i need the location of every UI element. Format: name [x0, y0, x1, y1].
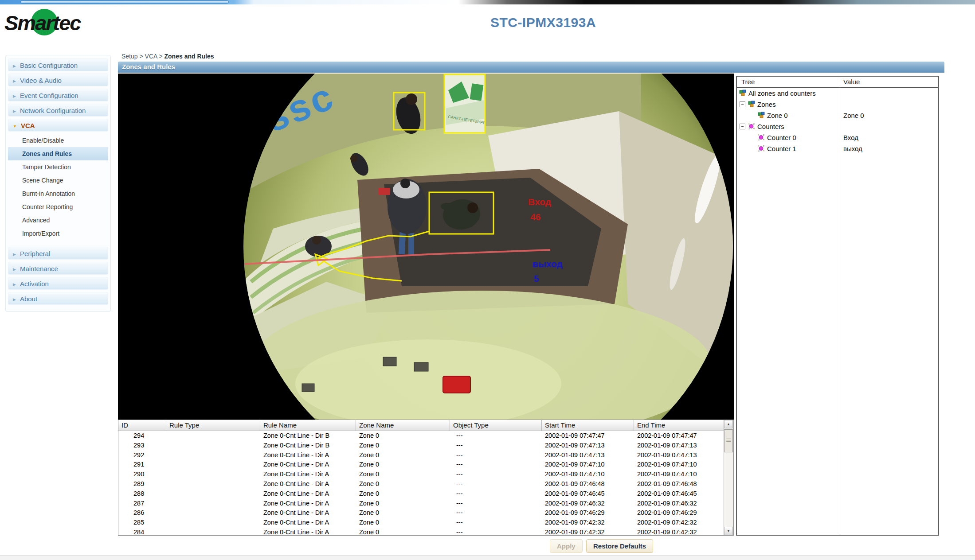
sidebar-item-label: Maintenance — [20, 265, 58, 272]
table-row[interactable]: 294Zone 0-Cnt Line - Dir BZone 0---2002-… — [118, 431, 733, 441]
column-header-id[interactable]: ID — [118, 420, 166, 431]
sidebar-subitem-enable-disable[interactable]: Enable/Disable — [8, 134, 108, 147]
counter-in-value: 46 — [530, 212, 540, 222]
footer-divider — [0, 555, 975, 560]
restore-defaults-button[interactable]: Restore Defaults — [586, 539, 653, 553]
sidebar-item-vca[interactable]: ▼VCA — [8, 119, 108, 132]
tree-node-value: Вход — [843, 134, 858, 141]
counter-icon: 1234 — [757, 145, 765, 152]
cell-rule-name: Zone 0-Cnt Line - Dir A — [260, 479, 356, 489]
cell-id: 292 — [118, 451, 166, 460]
tree-row-counters[interactable]: −1234Counters — [737, 121, 938, 132]
table-row[interactable]: 288Zone 0-Cnt Line - Dir AZone 0---2002-… — [118, 489, 733, 499]
cell-rule-name: Zone 0-Cnt Line - Dir A — [260, 508, 356, 518]
cell-object-type: --- — [450, 499, 542, 509]
cell-end-time: 2002-01-09 07:42:32 — [634, 528, 724, 536]
sidebar-subitem-burnt-in-annotation[interactable]: Burnt-in Annotation — [8, 187, 108, 200]
tree-node-label: All zones and counters — [748, 89, 816, 97]
sidebar-subitem-tamper-detection[interactable]: Tamper Detection — [8, 160, 108, 174]
table-row[interactable]: 287Zone 0-Cnt Line - Dir AZone 0---2002-… — [118, 499, 733, 509]
brand-logo: Smartec — [4, 9, 119, 38]
svg-text:4: 4 — [763, 149, 764, 152]
sidebar-item-basic-configuration[interactable]: ▶Basic Configuration — [8, 58, 108, 71]
tree-node-value: Zone 0 — [843, 112, 864, 119]
cell-id: 294 — [118, 431, 166, 441]
table-row[interactable]: 293Zone 0-Cnt Line - Dir BZone 0---2002-… — [118, 441, 733, 451]
sidebar-item-label: Event Configuration — [20, 92, 78, 99]
tree-node-label: Counters — [757, 123, 784, 130]
sidebar-item-network-configuration[interactable]: ▶Network Configuration — [8, 104, 108, 117]
sidebar-subitem-advanced[interactable]: Advanced — [8, 214, 108, 227]
column-header-rule-type[interactable]: Rule Type — [166, 420, 260, 431]
sidebar-item-video-audio[interactable]: ▶Video & Audio — [8, 74, 108, 86]
chevron-right-icon: ▶ — [13, 105, 16, 118]
svg-text:3: 3 — [748, 127, 750, 130]
sidebar-item-activation[interactable]: ▶Activation — [8, 277, 108, 290]
scroll-thumb[interactable] — [724, 429, 733, 452]
cell-rule-name: Zone 0-Cnt Line - Dir A — [260, 451, 356, 460]
tree-row-zones[interactable]: −Zones — [737, 99, 938, 110]
scroll-up-button[interactable]: ▲ — [724, 420, 733, 428]
tree-row-counter-0[interactable]: 1234Counter 0Вход — [737, 132, 938, 143]
browser-chrome-fragment — [0, 0, 975, 4]
sidebar-item-event-configuration[interactable]: ▶Event Configuration — [8, 89, 108, 101]
tree-header: Tree Value — [737, 77, 938, 88]
sidebar-subitem-counter-reporting[interactable]: Counter Reporting — [8, 200, 108, 214]
floor-outlet — [302, 384, 314, 392]
sidebar-subitem-zones-and-rules[interactable]: Zones and Rules — [8, 147, 108, 160]
sidebar-item-peripheral[interactable]: ▶Peripheral — [8, 247, 108, 260]
tree-row-all-zones-and-counters[interactable]: All zones and counters — [737, 88, 938, 99]
events-table-header: IDRule TypeRule NameZone NameObject Type… — [118, 420, 733, 431]
scroll-down-button[interactable]: ▼ — [724, 527, 733, 535]
cell-zone-name: Zone 0 — [356, 460, 450, 470]
cell-object-type: --- — [450, 470, 542, 479]
table-row[interactable]: 291Zone 0-Cnt Line - Dir AZone 0---2002-… — [118, 460, 733, 470]
table-row[interactable]: 289Zone 0-Cnt Line - Dir AZone 0---2002-… — [118, 479, 733, 489]
cell-rule-type — [166, 451, 260, 460]
page-title: STC-IPMX3193A — [490, 15, 596, 30]
value-column-label: Value — [843, 78, 860, 86]
cell-start-time: 2002-01-09 07:46:45 — [542, 489, 634, 499]
table-row[interactable]: 284Zone 0-Cnt Line - Dir AZone 0---2002-… — [118, 528, 733, 536]
cell-rule-name: Zone 0-Cnt Line - Dir A — [260, 470, 356, 479]
table-row[interactable]: 286Zone 0-Cnt Line - Dir AZone 0---2002-… — [118, 508, 733, 518]
section-header-bar: Zones and Rules — [118, 62, 944, 73]
cell-zone-name: Zone 0 — [356, 499, 450, 509]
zones-tree-panel: Tree Value All zones and counters−ZonesZ… — [736, 76, 939, 536]
cell-object-type: --- — [450, 528, 542, 536]
column-header-end-time[interactable]: End Time — [634, 420, 724, 431]
counter-out-label: выход — [533, 259, 563, 269]
scroll-thumb-grip — [726, 439, 731, 443]
events-table-scrollbar[interactable]: ▲ ▼ — [724, 420, 733, 535]
cell-rule-name: Zone 0-Cnt Line - Dir A — [260, 489, 356, 499]
cell-end-time: 2002-01-09 07:46:32 — [634, 499, 724, 509]
svg-text:3: 3 — [758, 138, 760, 141]
column-header-zone-name[interactable]: Zone Name — [356, 420, 450, 431]
vca-submenu: Enable/DisableZones and RulesTamper Dete… — [8, 134, 108, 240]
cell-id: 285 — [118, 518, 166, 528]
sidebar-item-about[interactable]: ▶About — [8, 292, 108, 305]
table-row[interactable]: 285Zone 0-Cnt Line - Dir AZone 0---2002-… — [118, 518, 733, 528]
table-row[interactable]: 290Zone 0-Cnt Line - Dir AZone 0---2002-… — [118, 470, 733, 479]
cell-start-time: 2002-01-09 07:47:13 — [542, 451, 634, 460]
sidebar-item-maintenance[interactable]: ▶Maintenance — [8, 262, 108, 275]
sidebar-subitem-scene-change[interactable]: Scene Change — [8, 174, 108, 187]
tree-row-counter-1[interactable]: 1234Counter 1выход — [737, 143, 938, 154]
column-header-object-type[interactable]: Object Type — [450, 420, 542, 431]
cell-id: 289 — [118, 479, 166, 489]
cell-start-time: 2002-01-09 07:47:10 — [542, 460, 634, 470]
tree-body: All zones and counters−ZonesZone 0Zone 0… — [737, 88, 938, 154]
sidebar-subitem-import-export[interactable]: Import/Export — [8, 227, 108, 240]
tree-row-zone-0[interactable]: Zone 0Zone 0 — [737, 110, 938, 121]
events-table: IDRule TypeRule NameZone NameObject Type… — [118, 420, 734, 536]
camera-view[interactable]: ossc САНКТ-ПЕТЕРБУРГ — [118, 74, 734, 420]
tree-expander-icon[interactable]: − — [740, 124, 745, 129]
cell-end-time: 2002-01-09 07:46:48 — [634, 479, 724, 489]
cell-start-time: 2002-01-09 07:46:48 — [542, 479, 634, 489]
table-row[interactable]: 292Zone 0-Cnt Line - Dir AZone 0---2002-… — [118, 451, 733, 460]
svg-text:2: 2 — [753, 123, 755, 125]
apply-button[interactable]: Apply — [550, 539, 583, 553]
column-header-start-time[interactable]: Start Time — [542, 420, 634, 431]
tree-expander-icon[interactable]: − — [740, 101, 745, 107]
column-header-rule-name[interactable]: Rule Name — [260, 420, 356, 431]
